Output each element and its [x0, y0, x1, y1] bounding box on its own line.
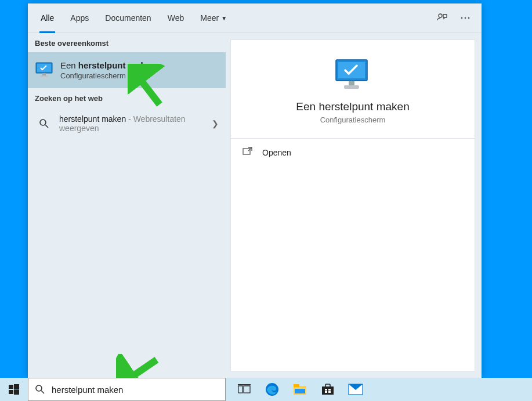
preview-subtitle: Configuratiescherm: [320, 115, 386, 124]
search-tabs: Alle Apps Documenten Web Meer▼: [28, 3, 482, 33]
preview-card: Een herstelpunt maken Configuratiescherm…: [230, 39, 475, 371]
search-icon: [37, 117, 51, 131]
tab-documents-label: Documenten: [105, 13, 151, 23]
search-body: Beste overeenkomst Een herstelpunt maken…: [28, 33, 482, 378]
svg-rect-21: [9, 390, 13, 394]
tab-more-label: Meer: [200, 13, 219, 23]
svg-rect-25: [238, 386, 243, 393]
mail-icon[interactable]: [343, 378, 368, 401]
control-panel-monitor-icon: [35, 61, 53, 80]
task-view-icon[interactable]: [231, 378, 257, 401]
web-result-text: herstelpunt maken - Webresultaten weerge…: [59, 114, 212, 133]
svg-rect-32: [322, 386, 334, 395]
svg-rect-27: [238, 384, 251, 385]
open-action[interactable]: Openen: [231, 139, 475, 167]
tab-apps[interactable]: Apps: [62, 3, 97, 33]
svg-point-1: [461, 17, 463, 19]
taskbar: [0, 378, 532, 401]
svg-rect-35: [328, 389, 331, 391]
tab-all-label: Alle: [41, 13, 54, 23]
svg-rect-7: [40, 75, 48, 77]
svg-rect-13: [344, 85, 359, 89]
preview-header: Een herstelpunt maken Configuratiescherm: [231, 40, 475, 139]
chevron-right-icon: ❯: [212, 119, 219, 128]
control-panel-monitor-icon-large: [332, 57, 373, 91]
edge-browser-icon[interactable]: [259, 378, 285, 401]
svg-point-2: [465, 17, 466, 19]
svg-rect-26: [244, 386, 250, 393]
tab-web-label: Web: [168, 13, 184, 23]
tab-web[interactable]: Web: [160, 3, 193, 33]
svg-rect-34: [325, 389, 327, 391]
svg-line-24: [41, 391, 44, 393]
chevron-down-icon: ▼: [221, 15, 227, 21]
more-options-icon[interactable]: [454, 6, 477, 30]
best-match-subtitle: Configuratiescherm: [60, 71, 155, 80]
preview-column: Een herstelpunt maken Configuratiescherm…: [226, 33, 482, 378]
windows-search-panel: Alle Apps Documenten Web Meer▼ Beste ove…: [28, 3, 482, 378]
svg-rect-14: [243, 149, 250, 154]
tab-all[interactable]: Alle: [32, 3, 62, 33]
best-match-title: Een herstelpunt maken: [60, 60, 155, 70]
best-match-header: Beste overeenkomst: [28, 33, 226, 52]
preview-title: Een herstelpunt maken: [296, 100, 409, 113]
svg-line-9: [45, 125, 48, 128]
search-input[interactable]: [52, 378, 225, 400]
svg-point-0: [439, 14, 442, 17]
svg-rect-12: [349, 81, 354, 85]
taskbar-search-box[interactable]: [28, 378, 226, 401]
search-icon: [28, 384, 52, 395]
svg-rect-33: [325, 384, 330, 387]
open-icon: [243, 147, 253, 158]
best-match-result[interactable]: Een herstelpunt maken Configuratiescherm: [28, 52, 226, 88]
web-search-header: Zoeken op het web: [28, 88, 226, 107]
results-column: Beste overeenkomst Een herstelpunt maken…: [28, 33, 226, 378]
tab-apps-label: Apps: [70, 13, 89, 23]
tab-more[interactable]: Meer▼: [192, 3, 235, 33]
microsoft-store-icon[interactable]: [315, 378, 341, 401]
svg-rect-22: [14, 389, 19, 395]
web-search-result[interactable]: herstelpunt maken - Webresultaten weerge…: [28, 107, 226, 140]
svg-rect-37: [328, 391, 331, 393]
svg-point-8: [40, 120, 46, 125]
start-button[interactable]: [0, 378, 28, 401]
svg-rect-19: [9, 385, 13, 389]
svg-point-23: [36, 385, 42, 391]
feedback-icon[interactable]: [430, 6, 454, 30]
windows-logo-icon: [9, 384, 19, 395]
open-label: Openen: [262, 148, 291, 157]
svg-rect-6: [42, 73, 46, 75]
best-match-text: Een herstelpunt maken Configuratiescherm: [60, 60, 155, 80]
svg-rect-20: [14, 384, 19, 389]
svg-point-3: [468, 17, 470, 19]
svg-rect-36: [325, 391, 327, 393]
svg-rect-31: [295, 389, 305, 393]
svg-rect-30: [294, 384, 299, 387]
file-explorer-icon[interactable]: [287, 378, 313, 401]
taskbar-pinned-apps: [231, 378, 368, 401]
tab-documents[interactable]: Documenten: [97, 3, 159, 33]
